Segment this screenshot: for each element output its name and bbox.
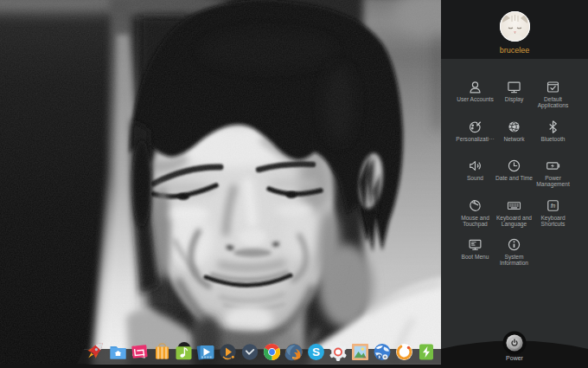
svg-text:fn: fn (551, 203, 556, 209)
svg-text:S: S (312, 345, 320, 358)
